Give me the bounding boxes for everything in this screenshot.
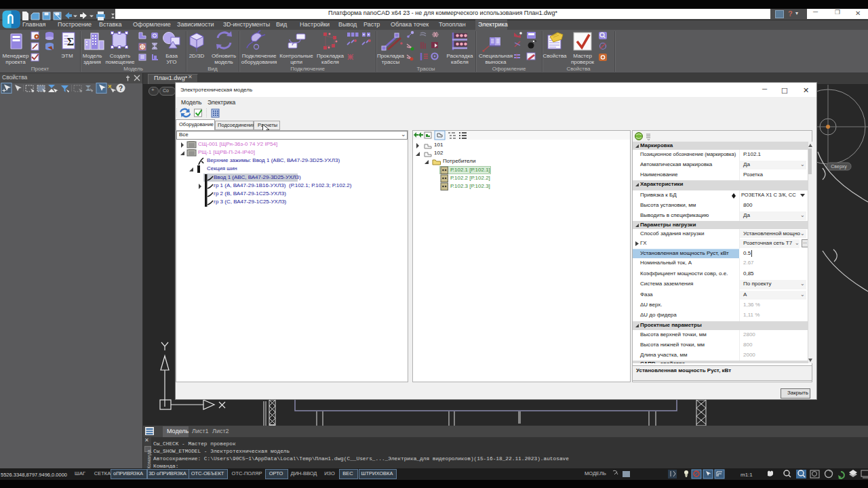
svg-text:Σ: Σ (67, 36, 74, 47)
svg-text:m1:1: m1:1 (741, 472, 753, 478)
svg-text:Сверху: Сверху (831, 164, 847, 169)
svg-text:?: ? (119, 85, 123, 92)
